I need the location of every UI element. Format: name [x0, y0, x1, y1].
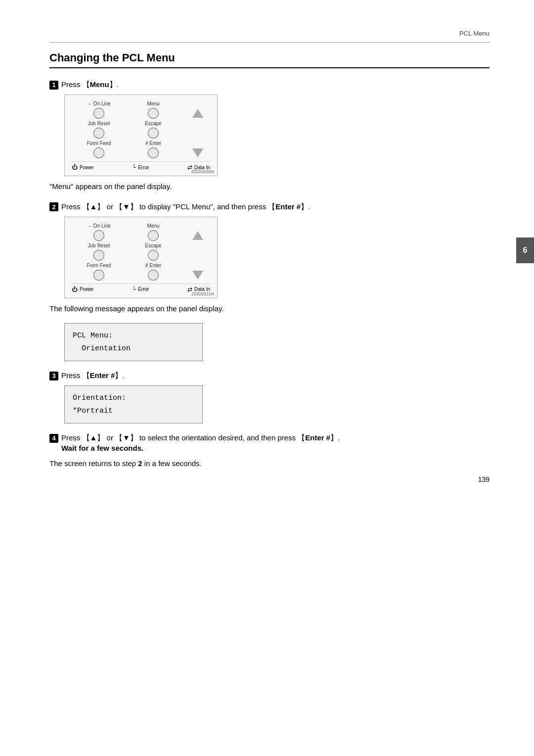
lcd1-line2: Orientation — [73, 342, 194, 355]
step-4-header: 4 Press 【▲】 or 【▼】 to select the orienta… — [49, 432, 490, 453]
p2-enter-label: # Enter — [145, 263, 161, 268]
power-indicator: ⏻ Power — [72, 164, 93, 171]
chapter-tab: 6 — [516, 237, 534, 263]
p2-escape-button: Escape — [126, 243, 180, 261]
lcd2-line2: *Portrait — [73, 405, 194, 418]
step-4-subnote: Wait for a few seconds. — [61, 444, 143, 452]
panel-diagram-1: → On Line Menu Job Reset Escape — [64, 94, 218, 176]
jobreset-button: Job Reset — [72, 121, 126, 139]
up-nav — [180, 102, 215, 118]
power-label: Power — [80, 165, 93, 170]
panel-diagram-2: → On Line Menu Job Reset Escape — [64, 217, 218, 298]
step-3-text: Press 【Enter #】. — [61, 370, 125, 380]
p2-formfeed-label: Form Feed — [87, 263, 111, 268]
page-header: PCL Menu — [49, 30, 490, 37]
step-2-header: 2 Press 【▲】 or 【▼】 to display "PCL Menu"… — [49, 201, 490, 212]
p2-error-label: Error — [138, 286, 149, 292]
lcd2-line1: Orientation: — [73, 392, 194, 405]
step-3-header: 3 Press 【Enter #】. — [49, 370, 490, 380]
diagram-code-2: ZDDS021N — [191, 291, 214, 296]
step-2-number: 2 — [49, 202, 58, 211]
p2-online-circle — [93, 230, 104, 241]
panel-row-3: Form Feed # Enter — [72, 141, 210, 158]
jobreset-label: Job Reset — [88, 121, 110, 126]
p2-down-triangle — [192, 271, 203, 280]
step-1-text: Press 【Menu】. — [61, 79, 119, 90]
step-4-text: Press 【▲】 or 【▼】 to select the orientati… — [61, 432, 340, 453]
p2-power-icon: ⏻ — [72, 286, 78, 293]
p2-menu-circle — [148, 230, 159, 241]
up-triangle — [192, 109, 203, 118]
p2-error-icon: └ — [132, 286, 136, 293]
escape-label: Escape — [145, 121, 161, 126]
p2-formfeed-circle — [93, 270, 104, 281]
page-number: 139 — [478, 475, 490, 483]
enter-button: # Enter — [126, 141, 180, 158]
lcd-screen-2: Orientation: *Portrait — [64, 385, 203, 424]
p2-formfeed-button: Form Feed — [72, 263, 126, 281]
p2-jobreset-circle — [93, 250, 104, 261]
escape-button: Escape — [126, 121, 180, 139]
error-label: Error — [138, 165, 149, 170]
step-4-caption: The screen returns to step 2 in a few se… — [49, 458, 490, 470]
p2-enter-button: # Enter — [126, 263, 180, 281]
formfeed-circle — [93, 147, 104, 158]
step-3: 3 Press 【Enter #】. Orientation: *Portrai… — [49, 370, 490, 424]
enter-label: # Enter — [145, 141, 161, 146]
down-nav — [180, 142, 215, 157]
formfeed-label: Form Feed — [87, 141, 111, 146]
menu-label: Menu — [147, 101, 159, 106]
p2-power-indicator: ⏻ Power — [72, 286, 93, 293]
p2-online-label: → On Line — [87, 223, 111, 229]
step-2-text: Press 【▲】 or 【▼】 to display "PCL Menu", … — [61, 201, 310, 212]
enter-circle — [148, 147, 159, 158]
panel-row-2: Job Reset Escape — [72, 121, 210, 139]
error-indicator: └ Error — [132, 164, 149, 171]
step-1: 1 Press 【Menu】. → On Line Menu — [49, 79, 490, 192]
p2-menu-label: Menu — [147, 223, 159, 229]
menu-button: Menu — [126, 101, 180, 119]
menu-circle — [148, 108, 159, 119]
p2-escape-label: Escape — [145, 243, 161, 248]
diagram-code-1: ZDDS020N — [191, 169, 214, 174]
panel-row-1: → On Line Menu — [72, 101, 210, 119]
panel-bottom-row: ⏻ Power └ Error ⇄ Data In — [72, 161, 210, 171]
step-1-caption: "Menu" appears on the panel display. — [49, 181, 490, 192]
formfeed-button: Form Feed — [72, 141, 126, 158]
panel2-row-2: Job Reset Escape — [72, 243, 210, 261]
p2-menu-button: Menu — [126, 223, 180, 241]
p2-down-nav — [180, 264, 215, 280]
header-rule — [49, 42, 490, 43]
step-4: 4 Press 【▲】 or 【▼】 to select the orienta… — [49, 432, 490, 470]
step-1-header: 1 Press 【Menu】. — [49, 79, 490, 90]
p2-enter-circle — [148, 270, 159, 281]
lcd-screen-1: PCL Menu: Orientation — [64, 323, 203, 361]
panel2-row-3: Form Feed # Enter — [72, 263, 210, 281]
online-label: → On Line — [87, 101, 111, 106]
p2-up-triangle — [192, 231, 203, 240]
error-icon: └ — [132, 164, 136, 171]
step-3-number: 3 — [49, 372, 58, 380]
p2-jobreset-label: Job Reset — [88, 243, 110, 248]
p2-jobreset-button: Job Reset — [72, 243, 126, 261]
lcd1-line1: PCL Menu: — [73, 330, 194, 342]
step-1-number: 1 — [49, 81, 58, 90]
online-button: → On Line — [72, 101, 126, 119]
section-title: Changing the PCL Menu — [49, 51, 490, 68]
p2-power-label: Power — [80, 286, 93, 292]
power-icon: ⏻ — [72, 164, 78, 171]
p2-error-indicator: └ Error — [132, 286, 149, 293]
down-triangle — [192, 148, 203, 157]
p2-up-nav — [180, 224, 215, 240]
header-title: PCL Menu — [459, 30, 490, 37]
online-circle — [93, 108, 104, 119]
page-container: PCL Menu 6 Changing the PCL Menu 1 Press… — [0, 0, 534, 508]
panel2-row-1: → On Line Menu — [72, 223, 210, 241]
p2-online-button: → On Line — [72, 223, 126, 241]
step-4-number: 4 — [49, 434, 58, 443]
p2-escape-circle — [148, 250, 159, 261]
step-2: 2 Press 【▲】 or 【▼】 to display "PCL Menu"… — [49, 201, 490, 362]
step-2-caption: The following message appears on the pan… — [49, 303, 490, 315]
escape-circle — [148, 128, 159, 139]
p2-panel-bottom-row: ⏻ Power └ Error ⇄ Data In — [72, 284, 210, 293]
